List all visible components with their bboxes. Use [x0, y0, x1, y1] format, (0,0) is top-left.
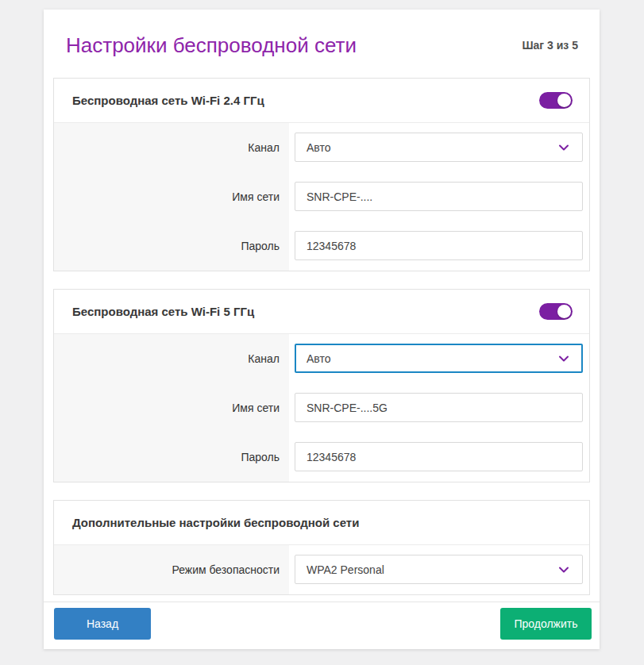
ssid-2g-input[interactable] [295, 182, 583, 211]
security-mode-cell: WPA2 Personal [289, 545, 589, 594]
ssid-5g-input[interactable] [295, 393, 583, 422]
wizard-card: Настройки беспроводной сети Шаг 3 из 5 Б… [44, 10, 600, 649]
channel-2g-label: Канал [54, 123, 289, 172]
section-wifi-2g-body: Канал Авто Имя сети Пароль [54, 123, 589, 271]
channel-5g-select-value: Авто [307, 352, 331, 365]
toggle-knob [557, 94, 571, 107]
section-wifi-5g-title: Беспроводная сеть Wi-Fi 5 ГГц [72, 305, 254, 318]
form-row-channel-5g: Канал Авто [54, 334, 589, 383]
security-mode-select[interactable]: WPA2 Personal [295, 555, 583, 584]
password-5g-label: Пароль [54, 432, 289, 482]
section-additional-body: Режим безопасности WPA2 Personal [54, 545, 589, 594]
ssid-5g-cell [289, 383, 589, 432]
section-wifi-2g: Беспроводная сеть Wi-Fi 2.4 ГГц Канал Ав… [53, 78, 590, 271]
section-wifi-5g-header: Беспроводная сеть Wi-Fi 5 ГГц [54, 290, 589, 334]
form-row-password-2g: Пароль [54, 221, 589, 271]
form-row-ssid-2g: Имя сети [54, 172, 589, 221]
section-wifi-5g: Беспроводная сеть Wi-Fi 5 ГГц Канал Авто… [53, 289, 590, 482]
form-row-channel-2g: Канал Авто [54, 123, 589, 172]
channel-2g-select-value: Авто [307, 141, 331, 154]
password-2g-cell [289, 221, 589, 271]
form-row-ssid-5g: Имя сети [54, 383, 589, 432]
ssid-5g-label: Имя сети [54, 383, 289, 432]
chevron-down-icon [557, 563, 571, 577]
chevron-down-icon [557, 140, 571, 155]
wifi-5g-toggle[interactable] [539, 303, 573, 320]
password-5g-cell [289, 432, 589, 482]
channel-5g-select[interactable]: Авто [295, 344, 583, 373]
section-additional: Дополнительные настройки беспроводной се… [53, 500, 590, 595]
password-5g-input[interactable] [295, 442, 583, 471]
security-mode-label: Режим безопасности [54, 545, 289, 594]
section-additional-header: Дополнительные настройки беспроводной се… [54, 501, 589, 545]
ssid-2g-label: Имя сети [54, 172, 289, 221]
channel-5g-cell: Авто [289, 334, 589, 383]
section-wifi-5g-body: Канал Авто Имя сети Пароль [54, 334, 589, 482]
ssid-2g-cell [289, 172, 589, 221]
toggle-knob [557, 305, 571, 318]
section-wifi-2g-header: Беспроводная сеть Wi-Fi 2.4 ГГц [54, 79, 589, 123]
page-title: Настройки беспроводной сети [66, 33, 357, 57]
password-2g-input[interactable] [295, 231, 583, 260]
continue-button[interactable]: Продолжить [500, 608, 592, 640]
step-indicator: Шаг 3 из 5 [523, 39, 579, 52]
section-wifi-2g-title: Беспроводная сеть Wi-Fi 2.4 ГГц [72, 94, 264, 107]
security-mode-select-value: WPA2 Personal [307, 563, 384, 576]
form-row-security-mode: Режим безопасности WPA2 Personal [54, 545, 589, 594]
wizard-footer: Назад Продолжить [44, 602, 600, 649]
channel-5g-label: Канал [54, 334, 289, 383]
wifi-2g-toggle[interactable] [539, 92, 573, 109]
back-button[interactable]: Назад [54, 608, 151, 640]
channel-2g-cell: Авто [289, 123, 589, 172]
section-additional-title: Дополнительные настройки беспроводной се… [72, 516, 359, 529]
card-header: Настройки беспроводной сети Шаг 3 из 5 [44, 10, 600, 78]
chevron-down-icon [557, 352, 571, 366]
channel-2g-select[interactable]: Авто [295, 133, 583, 162]
password-2g-label: Пароль [54, 221, 289, 271]
form-row-password-5g: Пароль [54, 432, 589, 482]
